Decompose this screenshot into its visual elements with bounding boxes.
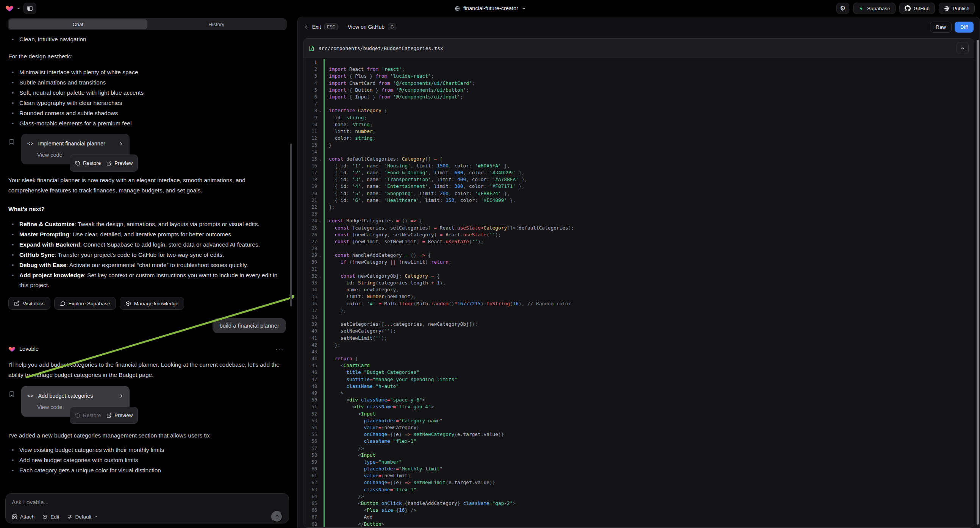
bookmark-icon[interactable] [8,391,15,398]
sidebar-toggle-button[interactable] [24,3,37,14]
code-line: 21 { id: '6', name: 'Healthcare', limit:… [304,197,974,204]
send-button[interactable] [271,511,283,522]
preview-button[interactable]: Preview [107,410,133,420]
list-item: Rounded corners and subtle shadows [8,108,286,118]
diff-button[interactable]: Diff [955,22,974,33]
publish-label: Publish [953,6,969,11]
fold-chevron-icon[interactable]: ⌄ [317,273,323,280]
explore-supabase-button[interactable]: Explore Supabase [54,297,116,310]
code-line: 65 <Button onClick={handleAddCategory} c… [304,500,974,507]
diff-added-bar [323,431,325,438]
line-number: 57 [304,445,317,452]
line-number: 3 [304,73,317,80]
assistant-name: Lovable [19,344,39,354]
view-on-github-button[interactable]: View on GitHub G [348,24,396,30]
composer[interactable]: Ask Lovable... Attach Edit [5,493,289,523]
line-number: 44 [304,355,317,362]
fold-chevron-icon[interactable]: ⌄ [317,218,323,224]
diff-added-bar [323,59,325,66]
github-button[interactable]: GitHub [899,3,935,14]
code-line: 29⌄ const handleAddCategory = () => { [304,252,974,259]
visit-docs-button[interactable]: Visit docs [8,297,50,310]
line-number: 43 [304,348,317,355]
supabase-button[interactable]: Supabase [853,3,896,14]
manage-knowledge-button[interactable]: Manage knowledge [120,297,184,310]
fold-gutter [317,231,323,238]
list-item: Expand with Backend: Connect Supabase to… [8,240,286,250]
mode-selector[interactable]: Default [67,514,98,520]
version-card-implement-financial-planner[interactable]: <> Implement financial planner View code [21,134,130,164]
line-number: 58 [304,452,317,459]
line-number: 24 [304,218,317,224]
code-text: className="flex-1" [329,438,974,445]
list-item: GitHub Sync: Transfer your project's cod… [8,250,286,260]
fold-chevron-icon[interactable]: ⌄ [317,252,323,259]
message-menu-button[interactable]: ··· [275,344,284,354]
project-switcher[interactable]: financial-future-creator [454,5,526,11]
collapse-file-button[interactable] [956,42,969,54]
publish-button[interactable]: Publish [939,3,975,14]
tab-history[interactable]: History [147,19,286,29]
design-bullet-list: Minimalist interface with plenty of whit… [8,67,286,129]
line-number: 21 [304,197,317,204]
edit-button[interactable]: Edit [42,514,59,520]
tab-chat[interactable]: Chat [9,19,147,29]
diff-added-bar [323,369,325,376]
code-text: import { Plus } from 'lucide-react'; [329,73,974,80]
code-text: value={newCategory} [329,424,974,431]
code-editor[interactable]: 12import React from 'react';3import { Pl… [304,58,974,527]
diff-added-bar [323,314,325,321]
exit-button[interactable]: Exit ESC [304,24,338,30]
code-line: 31 [304,266,974,273]
code-line: 17 { id: '2', name: 'Food & Dining', lim… [304,169,974,176]
fold-gutter [317,445,323,452]
list-item: Refine & Customize: Tweak the design, an… [8,219,286,229]
code-text: > [329,390,974,396]
workspace-chevron-down-icon[interactable] [17,6,21,10]
line-number: 48 [304,383,317,390]
fold-gutter [317,459,323,466]
code-line: 14 [304,148,974,155]
code-text: if (!newCategory || !newLimit) return; [329,259,974,266]
settings-button[interactable]: ⚙ [837,3,849,14]
raw-button[interactable]: Raw [930,22,951,33]
fold-gutter [317,479,323,486]
line-number: 55 [304,431,317,438]
list-item: Minimalist interface with plenty of whit… [8,67,286,77]
file-header[interactable]: src/components/budget/BudgetCategories.t… [304,39,974,58]
code-line: 5import { Button } from '@/components/ui… [304,87,974,94]
code-scrollbar-thumb[interactable] [977,40,979,525]
code-line: 27 const [newLimit, setNewLimit] = React… [304,238,974,245]
code-text: import React from 'react'; [329,66,974,73]
chat-message-list[interactable]: Clean, intuitive navigation For the desi… [0,30,294,491]
composer-placeholder[interactable]: Ask Lovable... [12,498,283,506]
line-number: 6 [304,94,317,100]
bookmark-icon[interactable] [8,138,15,145]
preview-button[interactable]: Preview [107,158,133,168]
lovable-logo-icon[interactable] [5,4,14,13]
fold-gutter [317,59,323,66]
fold-gutter [317,376,323,383]
fold-gutter [317,183,323,190]
code-text: const BudgetCategories = () => { [329,218,974,224]
list-item: Clean, intuitive navigation [8,35,286,44]
restore-preview-pill: Restore Preview [70,154,138,172]
diff-added-bar [323,438,325,445]
list-item: Each category gets a unique color for vi… [8,466,286,476]
fold-gutter [317,369,323,376]
fold-chevron-icon[interactable]: ⌄ [317,156,323,162]
fold-chevron-icon[interactable]: ⌄ [317,107,323,114]
project-chevron-down-icon [522,6,526,11]
list-item: Master Prompting: Use clear, detailed, a… [8,229,286,239]
chat-scrollbar-thumb[interactable] [290,143,292,307]
code-text [329,245,974,252]
project-name: financial-future-creator [463,5,518,11]
chat-bubble-icon [60,301,65,307]
code-text: <Input [329,410,974,417]
chevron-right-icon [119,394,124,398]
restore-button[interactable]: Restore [75,158,101,168]
attach-button[interactable]: Attach [12,514,35,520]
code-line: 36 color: '#' + Math.floor(Math.random()… [304,301,974,307]
restore-button[interactable]: Restore [75,410,101,420]
version-card-add-budget-categories[interactable]: <> Add budget categories View code Resto… [21,386,130,417]
